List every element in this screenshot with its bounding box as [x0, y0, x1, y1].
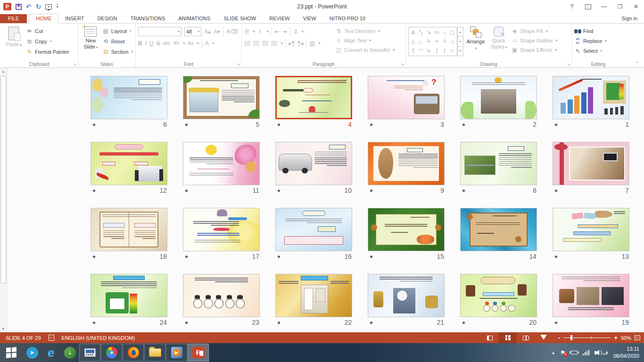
grow-font-button[interactable]: A▴	[204, 29, 211, 34]
tab-home[interactable]: HOME	[29, 14, 58, 24]
font-size-select[interactable]: 48▾	[184, 27, 201, 36]
slide-thumbnail-1[interactable]	[553, 76, 629, 119]
clear-formatting-button[interactable]: A⌫	[226, 29, 238, 34]
slide-thumbnail-24[interactable]	[91, 274, 167, 317]
taskbar-idm-icon[interactable]: ⇣	[60, 343, 79, 362]
slide-sorter-view-button[interactable]	[499, 332, 517, 343]
tab-review[interactable]: REVIEW	[263, 14, 296, 23]
shape-1-4[interactable]: ⇩	[441, 38, 448, 45]
undo-icon[interactable]: ↶	[26, 3, 32, 10]
scroll-down-arrow[interactable]: ▼	[0, 325, 7, 332]
drawing-dialog-launcher[interactable]: ⇘	[567, 63, 570, 66]
font-dialog-launcher[interactable]: ⇘	[237, 63, 240, 66]
shape-0-5[interactable]: ▢	[449, 29, 456, 36]
shape-2-3[interactable]: {	[433, 47, 440, 54]
font-button-i[interactable]: I	[145, 41, 147, 46]
align-center-icon[interactable]	[253, 41, 259, 46]
taskbar-firefox-button[interactable]	[123, 344, 144, 362]
text-direction-button[interactable]: ⇅Text Direction▾	[335, 27, 395, 35]
replace-button[interactable]: abacReplace▾	[574, 37, 607, 45]
sign-in-link[interactable]: Sign in	[621, 16, 644, 23]
slide-thumbnail-8[interactable]	[460, 142, 537, 185]
shape-1-3[interactable]: ⇨	[433, 38, 440, 45]
tab-view[interactable]: VIEW	[297, 14, 323, 23]
zoom-in-button[interactable]: +	[614, 334, 618, 341]
slide-thumbnail-21[interactable]	[368, 274, 445, 317]
shape-0-3[interactable]: ▭	[433, 29, 440, 36]
select-button[interactable]: ⇖Select▾	[574, 47, 607, 55]
columns-icon[interactable]: ▥	[309, 41, 314, 46]
shrink-font-button[interactable]: A▾	[214, 29, 220, 34]
shape-fill-button[interactable]: ◈Shape Fill▾	[511, 27, 557, 35]
slide-thumbnail-15[interactable]	[368, 208, 445, 251]
section-button[interactable]: ⊟Section▾	[102, 48, 133, 56]
collapse-ribbon-button[interactable]: ⌃	[636, 61, 639, 66]
minimize-button[interactable]: —	[596, 0, 612, 13]
action-center-flag-icon[interactable]: ⚑✕	[560, 350, 566, 356]
slide-thumbnail-9[interactable]	[368, 142, 445, 185]
taskbar-on-screen-keyboard-button[interactable]	[79, 344, 100, 362]
justify-icon[interactable]	[271, 41, 277, 46]
shape-2-1[interactable]: ◠	[418, 47, 425, 54]
convert-to-smartart-button[interactable]: ◫Convert to SmartArt▾	[335, 46, 395, 54]
shape-1-1[interactable]: ∟	[418, 38, 425, 45]
taskbar-file-explorer-button[interactable]	[144, 344, 165, 362]
tab-transitions[interactable]: TRANSITIONS	[124, 14, 172, 23]
shape-2-2[interactable]: ∿	[425, 47, 432, 54]
font-button-abc[interactable]: abc	[163, 41, 171, 46]
find-button[interactable]: Find	[574, 27, 607, 35]
normal-view-button[interactable]	[481, 332, 499, 343]
cut-button[interactable]: ✂Cut	[26, 27, 69, 35]
ltr-paragraph-icon[interactable]: ▸¶	[289, 41, 295, 46]
taskbar-telegram-icon[interactable]: ➤	[23, 343, 41, 362]
shape-0-2[interactable]: ↘	[425, 29, 432, 36]
slide-thumbnail-4[interactable]	[275, 76, 352, 119]
tab-slide-show[interactable]: SLIDE SHOW	[217, 14, 263, 23]
vertical-scrollbar[interactable]: ▲ ▼	[0, 68, 7, 332]
line-spacing-icon[interactable]: ⇕	[293, 29, 298, 34]
scrollbar-thumb[interactable]	[0, 76, 6, 283]
copy-button[interactable]: ⧉Copy▾	[26, 37, 69, 46]
slide-thumbnail-3[interactable]: ?	[368, 76, 445, 119]
redo-icon[interactable]: ↻	[36, 3, 41, 10]
quick-styles-button[interactable]: Quick Styles▾	[488, 25, 510, 60]
tab-animations[interactable]: ANIMATIONS	[172, 14, 217, 23]
zoom-slider[interactable]	[563, 335, 611, 340]
tab-insert[interactable]: INSERT	[58, 14, 91, 23]
clock[interactable]: 13:11 08/04/2020	[613, 346, 639, 360]
decrease-indent-icon[interactable]: ⇤	[275, 29, 280, 34]
font-button-av[interactable]: AV	[173, 41, 180, 46]
font-button-aa[interactable]: Aa	[188, 41, 193, 46]
increase-indent-icon[interactable]: ⇥	[282, 29, 287, 34]
language-indicator[interactable]: ENGLISH (UNITED KINGDOM)	[62, 335, 135, 341]
arrange-button[interactable]: Arrange▾	[465, 25, 487, 60]
tab-design[interactable]: DESIGN	[91, 14, 124, 23]
format-painter-button[interactable]: ✎Format Painter	[26, 48, 69, 56]
zoom-level[interactable]: 50%	[621, 335, 631, 341]
scroll-up-arrow[interactable]: ▲	[0, 68, 7, 75]
font-button-b[interactable]: B	[138, 41, 142, 46]
slide-thumbnail-17[interactable]	[183, 208, 260, 251]
slide-thumbnail-2[interactable]	[460, 76, 537, 119]
slide-thumbnail-5[interactable]	[183, 76, 260, 119]
font-button-s[interactable]: S	[157, 41, 160, 46]
slide-thumbnail-18[interactable]	[91, 208, 167, 251]
slide-thumbnail-20[interactable]	[460, 274, 537, 317]
start-slideshow-icon[interactable]: ▸	[45, 4, 52, 9]
zoom-out-button[interactable]: -	[558, 334, 560, 341]
paste-button[interactable]: Paste▾	[3, 25, 25, 60]
font-button-a[interactable]: A	[205, 41, 209, 46]
shape-effects-button[interactable]: ▣Shape Effects▾	[511, 46, 557, 54]
shape-gallery-scroll[interactable]: ▲▼▼	[457, 27, 463, 56]
ribbon-display-options-button[interactable]: ↑	[580, 0, 596, 13]
taskbar-internet-explorer-icon[interactable]: e	[41, 343, 60, 362]
shape-2-5[interactable]: ☆	[449, 47, 456, 54]
new-slide-button[interactable]: New Slide▾	[81, 25, 101, 60]
slide-thumbnail-23[interactable]	[183, 274, 260, 317]
slide-thumbnail-6[interactable]	[91, 76, 167, 119]
shape-0-4[interactable]: ○	[441, 29, 448, 36]
shape-0-0[interactable]: A	[410, 29, 417, 36]
help-button[interactable]: ?	[564, 0, 580, 13]
slide-thumbnail-14[interactable]	[460, 208, 537, 251]
numbering-icon[interactable]: ⒈	[257, 29, 263, 34]
